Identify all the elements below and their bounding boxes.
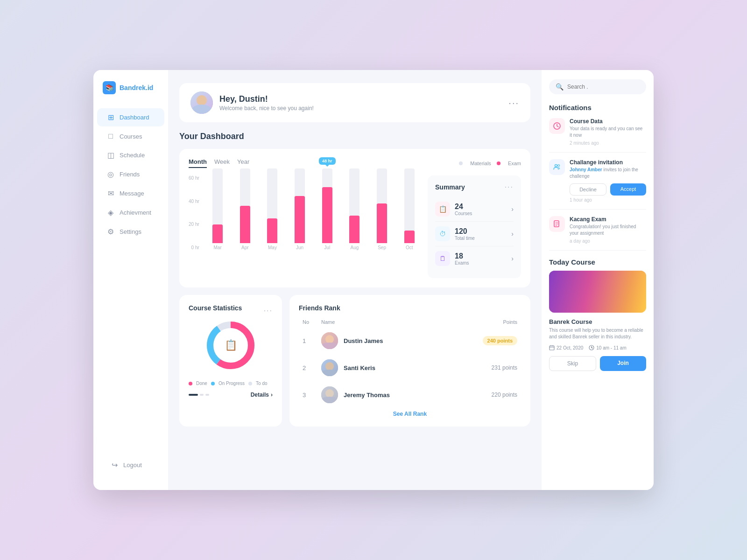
sidebar-item-settings[interactable]: ⚙ Settings — [97, 223, 164, 241]
course-actions: Skip Join — [549, 356, 646, 371]
notif-title-3: Kacang Exam — [570, 216, 646, 223]
nav-dot-active[interactable] — [189, 394, 198, 396]
bar-group: Mar — [205, 168, 231, 250]
bar-month-label: Jul — [324, 245, 330, 250]
sidebar-item-achievement[interactable]: ◈ Achievment — [97, 203, 164, 222]
settings-icon: ⚙ — [106, 227, 115, 236]
legend-done: Done — [189, 381, 207, 386]
friends-title: Friends Rank — [299, 304, 340, 312]
progress-label: On Progress — [218, 381, 245, 386]
friends-icon: ◎ — [106, 170, 115, 179]
course-time: 10 am - 11 am — [589, 345, 626, 350]
time-icon-box: ⏱ — [435, 226, 450, 241]
summary-courses[interactable]: 📋 24 Courses › — [435, 197, 514, 222]
bar-stack — [349, 168, 359, 243]
summary-exams-label: Exams — [455, 260, 511, 266]
bar-group: Jun — [287, 168, 313, 250]
summary-exams[interactable]: 🗒 18 Exams › — [435, 246, 514, 271]
stats-title: Course Statistics — [189, 304, 242, 312]
courses-icon: □ — [106, 132, 115, 140]
summary-time[interactable]: ⏱ 120 Total time › — [435, 222, 514, 246]
stats-header: Course Statistics ··· — [189, 304, 273, 317]
nav-items: ⊞ Dashboard □ Courses ◫ Schedule ◎ Frien… — [93, 107, 168, 455]
time-arrow[interactable]: › — [511, 230, 514, 238]
notification-exam: Kacang Exam Congratulation! you just fin… — [549, 216, 646, 251]
legend-materials-dot — [459, 161, 463, 165]
join-button[interactable]: Join — [600, 356, 646, 371]
sidebar-item-schedule[interactable]: ◫ Schedule — [97, 146, 164, 164]
avatar — [190, 91, 213, 114]
rank-name-2: Santi Keris — [344, 364, 492, 371]
y-label-60: 60 hr — [189, 175, 199, 181]
chart-content: 60 hr 40 hr 20 hr 0 hr MarAprMayJun48 hr… — [189, 175, 521, 278]
bar-month-label: Sep — [378, 245, 386, 250]
nav-dot-2[interactable] — [205, 394, 209, 396]
search-input[interactable] — [567, 84, 640, 90]
notif-desc-1: Your data is ready and you can see it no… — [570, 126, 646, 139]
rank-table-header: No Name Points — [299, 319, 521, 325]
notif-desc-3: Congratulation! you just finished your a… — [570, 224, 646, 237]
bar-month-label: Aug — [351, 245, 359, 250]
bar-stack — [295, 168, 305, 243]
sidebar-item-label: Schedule — [120, 152, 145, 159]
search-icon: 🔍 — [556, 83, 564, 91]
main-content: Hey, Dustin! Welcome back, nice to see y… — [168, 70, 542, 490]
sidebar-item-message[interactable]: ✉ Message — [97, 184, 164, 203]
bar-month-label: Apr — [241, 245, 249, 250]
sidebar-item-label: Achievment — [120, 209, 151, 216]
sidebar-item-label: Courses — [120, 133, 142, 140]
bar-pink — [404, 231, 415, 243]
skip-button[interactable]: Skip — [549, 356, 596, 371]
details-link[interactable]: Details › — [251, 392, 273, 398]
done-dot — [189, 382, 192, 385]
tab-year[interactable]: Year — [237, 158, 249, 168]
svg-point-5 — [558, 165, 560, 167]
rank-row[interactable]: 3 Jeremy Thomas 220 points — [299, 383, 521, 407]
schedule-icon: ◫ — [106, 151, 115, 160]
accept-button[interactable]: Accept — [610, 183, 646, 196]
summary-dots[interactable]: ··· — [505, 183, 514, 191]
sidebar-item-courses[interactable]: □ Courses — [97, 127, 164, 145]
notif-content-2: Challange invitation Johnny Amber invite… — [570, 159, 646, 203]
rank-row[interactable]: 2 Santi Keris 231 points — [299, 356, 521, 380]
sidebar-item-friends[interactable]: ◎ Friends — [97, 165, 164, 183]
bar-pink — [267, 218, 277, 243]
bar-pink — [377, 203, 387, 243]
courses-arrow[interactable]: › — [511, 205, 514, 213]
see-all-rank[interactable]: See All Rank — [299, 411, 521, 417]
header-card: Hey, Dustin! Welcome back, nice to see y… — [179, 83, 530, 122]
decline-button[interactable]: Decline — [570, 183, 606, 196]
bar-gray — [267, 168, 277, 218]
chart-header: Month Week Year Materials Exam — [189, 158, 521, 168]
exams-icon-box: 🗒 — [435, 251, 450, 266]
col-points: Points — [503, 319, 517, 325]
tab-month[interactable]: Month — [189, 158, 207, 168]
logout-button[interactable]: ↪ Logout — [101, 456, 161, 474]
rank-avatar-1 — [321, 332, 338, 349]
courses-icon-box: 📋 — [435, 202, 450, 217]
rank-points-2: 231 points — [492, 364, 517, 371]
nav-dot-1[interactable] — [200, 394, 204, 396]
summary-courses-label: Courses — [455, 211, 511, 216]
rank-avatar-3 — [321, 386, 338, 403]
bar-pink — [349, 216, 359, 243]
bar-stack — [240, 168, 250, 243]
header-menu-dots[interactable]: ··· — [508, 98, 519, 108]
tab-week[interactable]: Week — [214, 158, 230, 168]
today-course-title: Today Course — [549, 258, 646, 266]
nav-logout: ↪ Logout — [93, 455, 168, 479]
summary-time-info: 120 Total time — [455, 227, 511, 241]
sidebar-item-dashboard[interactable]: ⊞ Dashboard — [97, 108, 164, 126]
progress-dot — [211, 382, 215, 385]
bar-gray — [295, 168, 305, 196]
rank-row[interactable]: 1 Dustin James 240 points — [299, 329, 521, 353]
course-meta: 22 Oct, 2020 10 am - 11 am — [549, 345, 646, 350]
greeting: Hey, Dustin! — [219, 94, 314, 104]
activity-chart-card: Month Week Year Materials Exam — [179, 149, 530, 287]
bar-group: Aug — [342, 168, 367, 250]
logout-icon: ↪ — [110, 461, 119, 469]
notif-time-2: 1 hour ago — [570, 197, 646, 203]
stats-dots-button[interactable]: ··· — [264, 307, 273, 315]
exams-arrow[interactable]: › — [511, 255, 514, 262]
notification-challenge: Challange invitation Johnny Amber invite… — [549, 159, 646, 210]
